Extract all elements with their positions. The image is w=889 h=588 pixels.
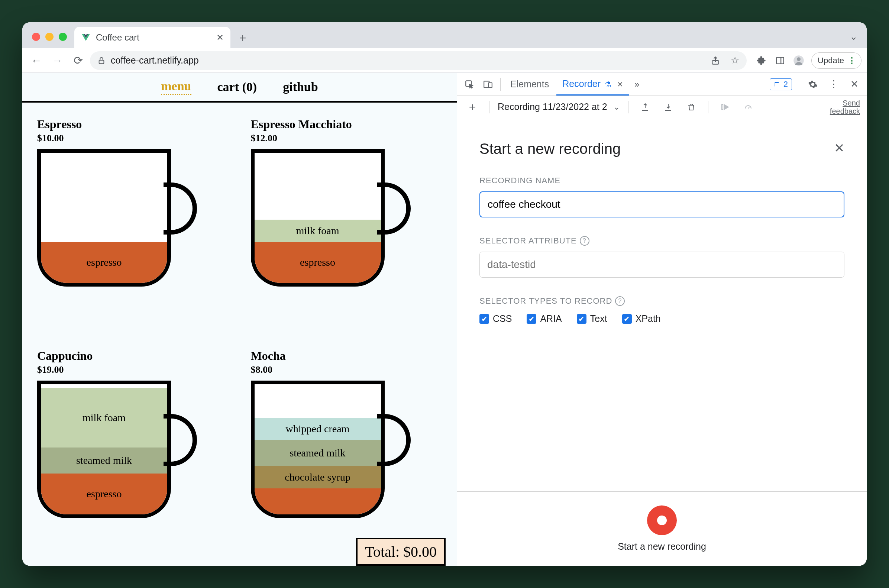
cart-total[interactable]: Total: $0.00 bbox=[356, 538, 445, 566]
nav-github[interactable]: github bbox=[283, 80, 318, 94]
record-button[interactable] bbox=[647, 506, 677, 535]
recorder-panel: Start a new recording ✕ RECORDING NAME S… bbox=[457, 118, 867, 491]
panel-title: Start a new recording bbox=[480, 141, 844, 157]
profile-icon[interactable] bbox=[790, 52, 807, 69]
product-price: $10.00 bbox=[37, 133, 229, 144]
product-price: $12.00 bbox=[251, 133, 442, 144]
cup-icon[interactable]: milk foam steamed milk espresso bbox=[37, 381, 197, 522]
delete-icon[interactable] bbox=[683, 99, 700, 116]
svg-rect-2 bbox=[99, 60, 104, 63]
help-icon[interactable]: ? bbox=[615, 296, 625, 306]
replay-icon[interactable] bbox=[717, 99, 734, 116]
url-text: coffee-cart.netlify.app bbox=[111, 55, 199, 66]
checkbox-xpath[interactable]: ✔XPath bbox=[622, 314, 661, 324]
layer-espresso: espresso bbox=[255, 242, 381, 283]
selector-attribute-input[interactable] bbox=[480, 252, 844, 278]
cup-icon[interactable]: espresso bbox=[37, 149, 197, 290]
maximize-window-button[interactable] bbox=[59, 33, 67, 41]
selector-types-row: ✔CSS ✔ARIA ✔Text ✔XPath bbox=[480, 314, 844, 324]
browser-tab[interactable]: Coffee cart ✕ bbox=[74, 27, 231, 48]
product-price: $19.00 bbox=[37, 364, 229, 375]
update-label: Update bbox=[818, 56, 844, 65]
layer-milkfoam: milk foam bbox=[255, 220, 381, 242]
checkbox-css[interactable]: ✔CSS bbox=[480, 314, 512, 324]
recording-name-input[interactable] bbox=[480, 191, 844, 218]
tab-close-icon[interactable]: ✕ bbox=[216, 32, 224, 43]
kebab-menu-icon[interactable]: ⋮ bbox=[825, 76, 842, 93]
layer-choco: chocolate syrup bbox=[255, 466, 381, 488]
menu-icon: ⋮ bbox=[848, 56, 855, 65]
product-name: Mocha bbox=[251, 349, 442, 363]
new-tab-button[interactable]: ＋ bbox=[233, 28, 252, 47]
inspect-icon[interactable] bbox=[461, 76, 478, 93]
lock-icon bbox=[97, 57, 106, 64]
send-feedback-link[interactable]: Send feedback bbox=[830, 99, 860, 115]
tab-close-icon[interactable]: ✕ bbox=[617, 80, 623, 88]
chevron-down-icon[interactable]: ⌄ bbox=[613, 102, 620, 112]
nav-menu[interactable]: menu bbox=[161, 79, 191, 95]
layer-espresso: espresso bbox=[41, 474, 167, 514]
close-window-button[interactable] bbox=[32, 33, 40, 41]
layer-steamed: steamed milk bbox=[255, 440, 381, 466]
svg-rect-10 bbox=[488, 82, 492, 87]
cup-icon[interactable]: milk foam espresso bbox=[251, 149, 411, 290]
bookmark-icon[interactable]: ☆ bbox=[731, 55, 739, 66]
vue-favicon-icon bbox=[81, 33, 91, 42]
layer-espresso: espresso bbox=[41, 242, 167, 283]
help-icon[interactable]: ? bbox=[580, 236, 589, 246]
import-icon[interactable] bbox=[660, 99, 677, 116]
window-controls bbox=[30, 33, 74, 48]
minimize-window-button[interactable] bbox=[45, 33, 54, 41]
product-macchiato: Espresso Macchiato $12.00 milk foam espr… bbox=[251, 117, 442, 334]
address-bar[interactable]: coffee-cart.netlify.app ☆ bbox=[90, 51, 747, 70]
layer-whip: whipped cream bbox=[255, 418, 381, 440]
reload-button[interactable]: ⟳ bbox=[69, 52, 87, 69]
titlebar: Coffee cart ✕ ＋ ⌄ bbox=[22, 22, 867, 48]
svg-rect-4 bbox=[777, 57, 784, 63]
record-button-label: Start a new recording bbox=[618, 541, 706, 552]
back-button[interactable]: ← bbox=[27, 52, 45, 69]
product-name: Espresso Macchiato bbox=[251, 117, 442, 131]
device-toggle-icon[interactable] bbox=[480, 76, 496, 93]
content-area: menu cart (0) github Espresso $10.00 esp… bbox=[22, 73, 867, 566]
beaker-icon: ⚗ bbox=[605, 80, 612, 88]
checkbox-aria[interactable]: ✔ARIA bbox=[527, 314, 562, 324]
layer-milkfoam: milk foam bbox=[41, 388, 167, 447]
cup-icon[interactable]: whipped cream steamed milk chocolate syr… bbox=[251, 381, 411, 522]
recording-dropdown-label[interactable]: Recording 11/23/2022 at 2 bbox=[498, 102, 607, 112]
tabs-overflow-icon[interactable]: ⌄ bbox=[850, 31, 867, 48]
checkbox-text[interactable]: ✔Text bbox=[577, 314, 607, 324]
recorder-toolbar: ＋ Recording 11/23/2022 at 2 ⌄ bbox=[457, 96, 867, 118]
new-recording-icon[interactable]: ＋ bbox=[464, 99, 481, 116]
tab-elements[interactable]: Elements bbox=[504, 74, 555, 95]
settings-icon[interactable] bbox=[804, 76, 822, 93]
issues-badge[interactable]: 2 bbox=[770, 78, 792, 90]
share-icon[interactable] bbox=[711, 56, 720, 65]
recorder-footer: Start a new recording bbox=[457, 491, 867, 566]
site-nav: menu cart (0) github bbox=[22, 73, 457, 103]
panel-close-icon[interactable]: ✕ bbox=[834, 141, 844, 155]
forward-button[interactable]: → bbox=[48, 52, 66, 69]
performance-icon[interactable] bbox=[740, 99, 757, 116]
toolbar-right: Update ⋮ bbox=[750, 52, 862, 69]
layer-espresso bbox=[255, 488, 381, 514]
export-icon[interactable] bbox=[637, 99, 654, 116]
product-grid: Espresso $10.00 espresso Espresso Macchi… bbox=[22, 103, 457, 566]
browser-window: Coffee cart ✕ ＋ ⌄ ← → ⟳ coffee-cart.netl… bbox=[22, 22, 867, 566]
product-cappucino: Cappucino $19.00 milk foam steamed milk … bbox=[37, 349, 229, 566]
recording-name-label: RECORDING NAME bbox=[480, 176, 844, 186]
product-name: Espresso bbox=[37, 117, 229, 131]
tab-recorder[interactable]: Recorder ⚗ ✕ bbox=[556, 73, 629, 96]
extensions-icon[interactable] bbox=[753, 52, 770, 69]
product-espresso: Espresso $10.00 espresso bbox=[37, 117, 229, 334]
sidepanel-icon[interactable] bbox=[772, 52, 788, 69]
more-tabs-icon[interactable]: » bbox=[631, 79, 643, 90]
nav-cart[interactable]: cart (0) bbox=[217, 80, 257, 94]
devtools-tabbar: Elements Recorder ⚗ ✕ » 2 bbox=[457, 73, 867, 96]
update-button[interactable]: Update ⋮ bbox=[811, 52, 862, 69]
svg-marker-12 bbox=[724, 105, 729, 110]
svg-rect-11 bbox=[722, 105, 723, 110]
product-mocha: Mocha $8.00 whipped cream steamed milk c… bbox=[251, 349, 442, 566]
layer-steamed: steamed milk bbox=[41, 447, 167, 474]
devtools-close-icon[interactable]: ✕ bbox=[846, 76, 863, 93]
